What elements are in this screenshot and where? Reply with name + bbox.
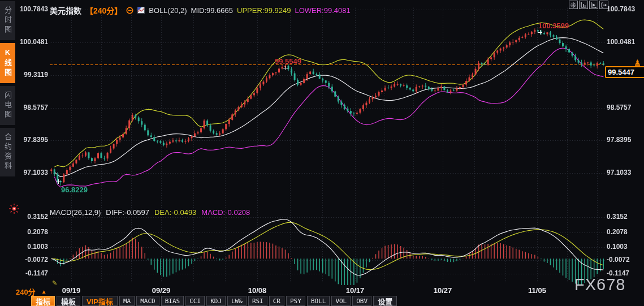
macd-axis-label-right: -0.0072	[607, 256, 643, 264]
sidebar-item-time-share-chart[interactable]: 分时图	[0, 1, 15, 40]
settings-button[interactable]: 设置	[373, 296, 397, 306]
pan-right-icon[interactable]	[599, 1, 608, 9]
price-axis-label-right: 98.5757	[607, 104, 643, 111]
chart-header: 美元指数 【240分】 BOLL(20,2) MID:99.6665 UPPER…	[50, 5, 351, 16]
bias-button[interactable]: BIAS	[161, 296, 184, 306]
draw-pencil-icon[interactable]: ✎	[52, 279, 57, 287]
symbol-name: 美元指数	[50, 5, 81, 16]
crosshair-tool-icon[interactable]	[569, 1, 578, 9]
macd-axis-label-right: 0.2078	[607, 228, 643, 236]
price-axis-label-right: 97.8395	[607, 136, 643, 144]
boll-mid-value: MID:99.6665	[191, 6, 233, 15]
rsi-button[interactable]: RSI	[248, 296, 267, 306]
swing-high-annotation: 99.5549	[275, 57, 301, 66]
macd-axis-label-left: 0.3152	[0, 213, 48, 221]
kdj-button[interactable]: KDJ	[206, 296, 226, 306]
macd-axis-label-left: 0.1003	[0, 243, 48, 251]
macd-axis-label-left: 0.2078	[0, 228, 48, 236]
chart-type-sidebar: 分时图 K线图 闪电图 合约资料	[0, 0, 15, 176]
vip-indicators-button[interactable]: VIP指标	[82, 296, 118, 306]
sidebar-item-contract-info[interactable]: 合约资料	[0, 128, 15, 176]
collapse-circle-icon[interactable]	[126, 7, 133, 14]
trading-app: 分时图 K线图 闪电图 合约资料 美元指数 【240分】 BOLL(20,2) …	[0, 0, 644, 306]
low-annotation: 96.8229	[61, 186, 88, 194]
sidebar-item-flash-chart[interactable]: 闪电图	[0, 86, 15, 125]
vol-button[interactable]: VOL	[331, 296, 351, 306]
cci-button[interactable]: CCI	[185, 296, 205, 306]
date-axis-label: 09/19	[49, 286, 94, 295]
date-axis-label: 10/27	[420, 286, 465, 295]
price-alert-icon[interactable]	[634, 58, 641, 68]
price-axis-label-right: 97.1033	[607, 169, 643, 176]
peak-high-annotation: 100.3599	[538, 21, 569, 30]
macd-axis-label-left: -0.1147	[0, 269, 48, 277]
macd-header: MACD(26,12,9) DIFF:-0.0597 DEA:-0.0493 M…	[50, 208, 250, 217]
macd-axis-label-right: 0.3152	[607, 213, 643, 221]
date-axis-label: 11/05	[515, 286, 560, 295]
scale-y-axis-icon[interactable]	[579, 1, 588, 9]
scale-x-axis-icon[interactable]	[589, 1, 598, 9]
price-axis-label-right: 100.0481	[607, 38, 643, 46]
watermark: FX678	[574, 275, 625, 294]
obv-button[interactable]: OBV	[352, 296, 371, 306]
boll-upper-value: UPPER:99.9249	[237, 6, 291, 15]
macd-axis-label-left: -0.0072	[0, 256, 48, 264]
macd-button[interactable]: MACD	[136, 296, 159, 306]
alert-burst-icon[interactable]	[9, 204, 19, 216]
date-axis-label: 10/08	[235, 286, 280, 295]
macd-title: MACD(26,12,9)	[50, 208, 101, 217]
indicators-button[interactable]: 指标	[31, 296, 55, 306]
date-axis-label: 09/29	[139, 286, 184, 295]
price-axis-label-right: 100.7843	[607, 5, 643, 13]
candlestick-chart-canvas[interactable]	[0, 0, 644, 306]
lwr-button[interactable]: LW&	[227, 296, 247, 306]
chart-tools	[569, 1, 608, 9]
macd-axis-label-right: -0.1147	[607, 269, 643, 277]
date-axis-label: 10/17	[332, 286, 378, 295]
templates-button[interactable]: 模板	[57, 296, 80, 306]
period-label: 【240分】	[85, 5, 122, 16]
sidebar-item-candlestick-chart[interactable]: K线图	[0, 43, 15, 83]
macd-axis-label-right: 0.1003	[607, 243, 643, 251]
cr-button[interactable]: CR	[269, 296, 284, 306]
macd-diff-value: DIFF:-0.0597	[106, 208, 149, 217]
boll-button[interactable]: BOLL	[307, 296, 330, 306]
period-selector-arrow-icon: ▲	[41, 288, 47, 295]
macd-hist-value: MACD:-0.0208	[201, 208, 250, 217]
boll-indicator-icon[interactable]	[137, 7, 145, 14]
indicator-toolbar: 指标模板VIP指标MAMACDBIASCCIKDJLW&RSICRPSYBOLL…	[31, 296, 397, 306]
boll-lower-value: LOWER:99.4081	[295, 6, 350, 15]
macd-dea-value: DEA:-0.0493	[154, 208, 196, 217]
psy-button[interactable]: PSY	[286, 296, 305, 306]
ma-button[interactable]: MA	[119, 296, 135, 306]
indicator-name: BOLL(20,2)	[149, 6, 187, 15]
